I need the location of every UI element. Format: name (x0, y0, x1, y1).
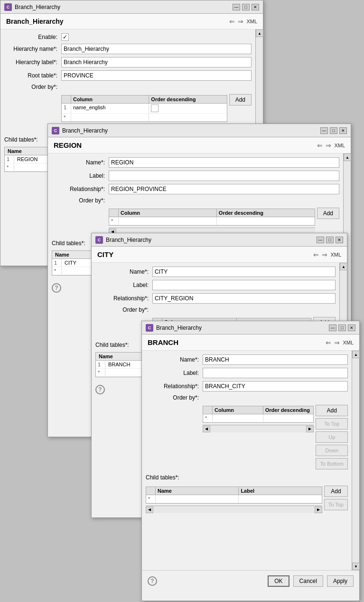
region-title-icon: C (52, 127, 59, 134)
vscroll-up[interactable]: ▲ (256, 29, 263, 37)
branch-vscroll[interactable]: ▲ ▼ (352, 351, 359, 570)
branch-to-bottom-btn[interactable]: To Bottom (316, 458, 348, 469)
region-relationship-input[interactable] (109, 184, 339, 194)
city-maximize-btn[interactable]: □ (326, 237, 334, 243)
branch-hscroll-right[interactable]: ▶ (306, 426, 314, 432)
region-back-icon[interactable]: ⇐ (317, 142, 323, 149)
branch-child-add-btn[interactable]: Add (324, 486, 348, 497)
region-header-icons: ⇐ ⇒ XML (317, 142, 345, 149)
enable-row: Enable: ✓ (4, 33, 252, 41)
main-titlebar: C Branch_Hierarchy — □ ✕ (0, 0, 263, 14)
branch-name-label: Name*: (146, 356, 203, 363)
branch-child-table: Name Label * (146, 487, 322, 504)
branch-header: BRANCH ⇐ ⇒ XML (142, 334, 359, 351)
branch-title-icon: C (146, 324, 153, 332)
branch-to-top-btn[interactable]: To Top (316, 418, 348, 430)
branch-hscroll-track (210, 426, 306, 432)
main-title-icon: C (4, 3, 12, 11)
branch-child-label-row: Child tables*: (146, 473, 348, 482)
region-close-btn[interactable]: ✕ (339, 127, 347, 134)
forward-arrow-icon[interactable]: ⇒ (238, 18, 243, 25)
branch-child-hscroll[interactable]: ◀ ▶ (146, 506, 322, 513)
main-add-btn[interactable]: Add (229, 94, 252, 105)
branch-minimize-btn[interactable]: — (329, 325, 336, 331)
city-titlebar: C Branch_Hierarchy — □ ✕ (92, 233, 347, 247)
back-arrow-icon[interactable]: ⇐ (229, 18, 235, 25)
region-child-num: 1 (52, 259, 62, 267)
region-order-header-col: Order descending (217, 209, 315, 217)
hierarchy-name-label: Hierarchy name*: (4, 46, 61, 52)
branch-forward-icon[interactable]: ⇒ (334, 339, 340, 346)
region-vscroll-up[interactable]: ▲ (344, 153, 351, 161)
branch-ok-btn[interactable]: OK (268, 575, 289, 587)
hierarchy-label-row: Hierarchy label*: (4, 57, 252, 67)
table-row[interactable]: 1 name_english (62, 104, 227, 114)
branch-name-row: Name*: (146, 354, 348, 365)
region-minimize-btn[interactable]: — (320, 127, 328, 134)
city-relationship-input[interactable] (152, 293, 336, 304)
city-minimize-btn[interactable]: — (317, 237, 324, 243)
region-header: REGION ⇐ ⇒ XML (48, 137, 351, 153)
main-close-btn[interactable]: ✕ (252, 4, 259, 10)
branch-apply-btn[interactable]: Apply (327, 575, 354, 587)
branch-cancel-btn[interactable]: Cancel (293, 575, 323, 587)
main-maximize-btn[interactable]: □ (242, 4, 250, 10)
city-help-icon[interactable]: ? (95, 385, 105, 394)
main-order-table: Column Order descending 1 name_english * (61, 95, 227, 122)
region-label-input[interactable] (109, 171, 339, 181)
region-col-header: Column (119, 209, 217, 217)
hierarchy-label-input[interactable] (61, 57, 252, 67)
branch-hscroll-left[interactable]: ◀ (203, 426, 210, 432)
region-add-btn[interactable]: Add (317, 208, 339, 219)
branch-xml-label: XML (343, 340, 354, 345)
region-maximize-btn[interactable]: □ (330, 127, 337, 134)
branch-vscroll-up[interactable]: ▲ (352, 351, 360, 358)
city-close-btn[interactable]: ✕ (336, 237, 343, 243)
branch-up-btn[interactable]: Up (316, 431, 348, 443)
branch-help-icon[interactable]: ? (148, 576, 157, 586)
branch-vscroll-track (352, 358, 359, 563)
root-table-input[interactable] (61, 70, 252, 81)
branch-down-btn[interactable]: Down (316, 445, 348, 456)
hierarchy-name-row: Hierarchy name*: (4, 44, 252, 54)
hierarchy-name-input[interactable] (61, 44, 252, 54)
main-minimize-btn[interactable]: — (233, 4, 240, 10)
branch-header-icons: ⇐ ⇒ XML (326, 339, 354, 346)
branch-titlebar: C Branch_Hierarchy — □ ✕ (142, 321, 359, 334)
branch-close-btn[interactable]: ✕ (348, 325, 355, 331)
branch-name-input[interactable] (203, 354, 348, 365)
branch-maximize-btn[interactable]: □ (338, 325, 346, 331)
city-order-by-row: Order by*: (95, 306, 336, 313)
region-help-icon[interactable]: ? (52, 283, 61, 293)
branch-order-add-btn[interactable]: Add (316, 405, 348, 416)
branch-hscroll[interactable]: ◀ ▶ (203, 425, 314, 432)
enable-checkbox[interactable]: ✓ (61, 33, 69, 41)
region-name-input[interactable] (109, 157, 339, 168)
main-order-table-header: Column Order descending (62, 96, 227, 104)
branch-label-input[interactable] (203, 368, 348, 378)
city-forward-icon[interactable]: ⇒ (322, 251, 327, 258)
region-star-row: * (109, 217, 315, 225)
row-num: 1 (62, 104, 71, 113)
order-checkbox[interactable] (151, 105, 159, 112)
branch-child-to-top-btn[interactable]: To Top (324, 499, 348, 510)
city-label-input[interactable] (152, 280, 336, 290)
city-vscroll-up[interactable]: ▲ (340, 263, 347, 270)
branch-child-star-row: * (146, 495, 322, 503)
branch-star-row: * (203, 414, 313, 422)
enable-label: Enable: (4, 34, 61, 40)
region-forward-icon[interactable]: ⇒ (326, 142, 331, 149)
branch-back-icon[interactable]: ⇐ (326, 339, 331, 346)
branch-child-hscroll-left[interactable]: ◀ (146, 506, 153, 513)
main-header-title: Branch_Hierarchy (6, 18, 64, 25)
branch-vscroll-down[interactable]: ▼ (352, 563, 360, 570)
branch-child-hscroll-right[interactable]: ▶ (315, 506, 322, 513)
order-by-row: Order by*: (4, 84, 252, 90)
branch-order-header: Column Order descending (203, 406, 313, 414)
city-section-title: CITY (97, 250, 113, 258)
region-star-num: * (109, 217, 119, 225)
branch-relationship-input[interactable] (203, 381, 348, 392)
city-back-icon[interactable]: ⇐ (313, 251, 319, 258)
region-child-label: Child tables*: (52, 239, 91, 248)
city-name-input[interactable] (152, 267, 336, 277)
